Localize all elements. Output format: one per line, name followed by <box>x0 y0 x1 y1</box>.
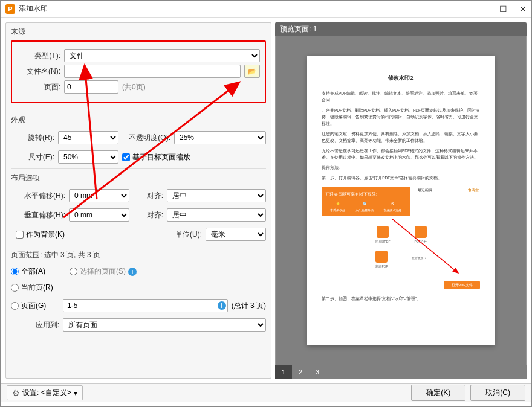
doc-title: 修改水印2 <box>322 74 480 83</box>
settings-dropdown[interactable]: ⚙ 设置: <自定义> ▾ <box>7 385 83 400</box>
preview-page: 修改水印2 支持完成PDF编辑、阅读、批注、编辑文本、绘图标注、添加照片、填写表… <box>307 56 495 345</box>
halign-select[interactable]: 居中 <box>167 189 266 202</box>
scale-relative-checkbox[interactable]: 基于目标页面缩放 <box>122 152 190 162</box>
recent-edit-label: 最近编辑 <box>418 187 432 193</box>
opacity-label: 不透明度(O): <box>122 133 170 143</box>
titlebar: P 添加水印 — ☐ ✕ <box>1 1 531 18</box>
filename-input[interactable] <box>64 65 241 78</box>
cancel-button[interactable]: 取消(C) <box>470 385 525 401</box>
radio-pages[interactable]: 页面(G) <box>11 301 59 311</box>
halign-label: 对齐: <box>133 191 163 201</box>
page-thumbs: 1 2 3 <box>275 365 527 379</box>
preview-panel: 预览页面: 1 修改水印2 支持完成PDF编辑、阅读、批注、编辑文本、绘图标注、… <box>275 22 527 379</box>
tile-new[interactable]: 新建PDF <box>375 251 388 269</box>
applyto-select[interactable]: 所有页面 <box>63 318 266 332</box>
opacity-select[interactable]: 25% <box>174 131 266 144</box>
filename-label: 文件名(N): <box>17 66 60 77</box>
thumb-3[interactable]: 3 <box>309 365 326 379</box>
scale-select[interactable]: 50% <box>58 150 118 164</box>
minimize-button[interactable]: — <box>479 4 487 14</box>
tile-merge[interactable]: PDF合并 <box>415 226 427 245</box>
rotate-label: 旋转(R): <box>11 133 54 143</box>
tile-more[interactable]: 查看更多 › <box>412 251 426 269</box>
browse-button[interactable]: 📂 <box>244 65 260 78</box>
info-icon[interactable]: i <box>218 301 226 310</box>
pages-input[interactable] <box>65 300 218 311</box>
clear-button[interactable]: 🗑清空 <box>468 187 479 193</box>
source-box: 类型(T): 文件 文件名(N): 📂 页面: (共0页) <box>11 40 266 103</box>
valign-label: 对齐: <box>133 210 163 220</box>
unit-label: 单位(U): <box>168 229 202 240</box>
voff-select[interactable]: 0 mm <box>69 208 129 222</box>
type-select[interactable]: 文件 <box>64 49 260 62</box>
pages-total: (总计 3 页) <box>232 301 266 311</box>
scale-relative-input[interactable] <box>122 153 130 161</box>
preview-bar: 预览页面: 1 <box>275 22 527 36</box>
layout-group-label: 布局选项 <box>11 171 266 185</box>
radio-all[interactable]: 全部(A) <box>11 266 45 277</box>
hoff-select[interactable]: 0 mm <box>69 189 129 202</box>
membership-banner: 开通会员即可享有以下权限: ⭐享受多权益 🔄永久免费升级 🛠专业技术支持 <box>322 187 410 216</box>
ok-button[interactable]: 确定(K) <box>411 385 465 401</box>
footer: ⚙ 设置: <自定义> ▾ 确定(K) 取消(C) <box>1 383 531 402</box>
close-button[interactable]: ✕ <box>519 4 527 14</box>
chevron-down-icon: ▾ <box>74 389 77 397</box>
thumb-2[interactable]: 2 <box>292 365 309 379</box>
appearance-group-label: 外观 <box>11 114 266 127</box>
unit-select[interactable]: 毫米 <box>206 228 266 241</box>
page-total: (共0页) <box>122 82 146 92</box>
applyto-label: 应用到: <box>11 320 59 330</box>
voff-label: 垂直偏移(H): <box>11 210 65 220</box>
window-title: 添加水印 <box>19 4 48 14</box>
as-background-input[interactable] <box>16 231 24 239</box>
page-label: 页面: <box>17 82 60 92</box>
tile-img2pdf[interactable]: 图片转PDF <box>375 226 391 245</box>
thumb-1[interactable]: 1 <box>275 365 292 379</box>
rotate-select[interactable]: 45 <box>58 131 118 144</box>
hoff-label: 水平偏移(H): <box>11 191 65 201</box>
scale-label: 尺寸(E): <box>11 152 54 162</box>
valign-select[interactable]: 居中 <box>167 208 266 222</box>
app-icon: P <box>5 4 15 14</box>
pagerange-group-label: 页面范围: 选中 3 页, 共 3 页 <box>11 249 266 263</box>
left-panel: 来源 类型(T): 文件 文件名(N): 📂 页面: (共0页) 外观 旋转(R <box>5 22 271 379</box>
open-pdf-button[interactable]: 打开PDF文件 <box>444 281 480 289</box>
preview-area: 修改水印2 支持完成PDF编辑、阅读、批注、编辑文本、绘图标注、添加照片、填写表… <box>275 36 527 365</box>
page-input[interactable] <box>64 80 118 94</box>
radio-selected[interactable]: 选择的页面(S) i <box>70 266 137 277</box>
gear-icon: ⚙ <box>12 388 20 398</box>
type-label: 类型(T): <box>17 51 60 61</box>
maximize-button[interactable]: ☐ <box>499 4 507 14</box>
folder-icon: 📂 <box>248 68 256 75</box>
info-icon: i <box>128 268 137 276</box>
radio-current[interactable]: 当前页(R) <box>11 283 53 293</box>
source-group-label: 来源 <box>11 25 266 39</box>
as-background-checkbox[interactable]: 作为背景(K) <box>16 229 65 240</box>
